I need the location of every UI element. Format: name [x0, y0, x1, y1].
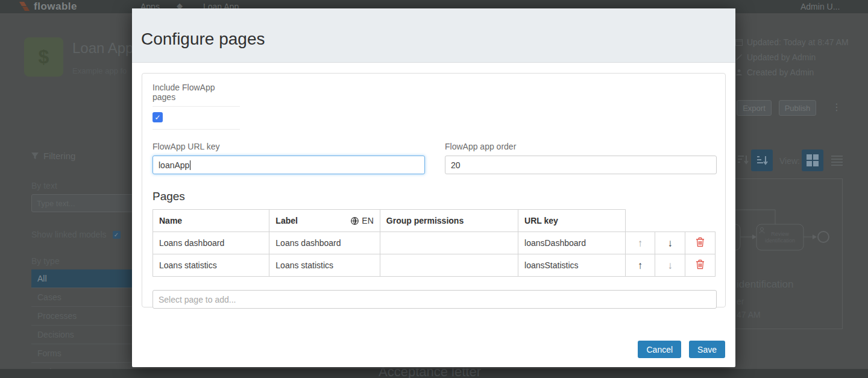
meta-created-by: Created by Admin	[735, 68, 814, 77]
flowapp-app-order-input[interactable]: 20	[445, 156, 717, 174]
show-linked-label: Show linked models	[31, 230, 107, 239]
cell-label[interactable]: Loans statistics	[269, 254, 380, 277]
cell-group-permissions[interactable]	[380, 254, 518, 277]
type-filter-decisions[interactable]: Decisions	[31, 326, 132, 344]
delete-row-button[interactable]	[696, 259, 705, 271]
more-actions-button[interactable]: ⋮	[832, 101, 841, 113]
sort-descending-button[interactable]	[751, 150, 773, 171]
save-button[interactable]: Save	[689, 341, 725, 358]
flowapp-app-order-value: 20	[451, 160, 461, 170]
svg-text:Review: Review	[771, 231, 789, 237]
grid-view-button[interactable]	[802, 150, 823, 171]
linked-checkbox[interactable]: ✓	[113, 231, 121, 239]
svg-text:identification: identification	[765, 238, 795, 244]
language-code: EN	[362, 216, 373, 225]
sort-descending-icon	[756, 154, 768, 166]
delete-row-button[interactable]	[696, 237, 705, 249]
export-button[interactable]: Export	[737, 100, 772, 116]
table-row: Loans statistics Loans statistics loansS…	[153, 254, 715, 277]
include-flowapp-pages-label: Include FlowApp pages	[153, 83, 240, 107]
flowapp-app-order-label: FlowApp app order	[445, 142, 717, 151]
flowapp-fields-row: FlowApp URL key loanApp FlowApp app orde…	[153, 142, 715, 174]
flowapp-url-key-value: loanApp	[159, 160, 189, 170]
dialog-header: Configure pages	[132, 8, 735, 63]
col-label-text: Label	[275, 216, 298, 225]
globe-icon	[351, 217, 359, 225]
col-group-permissions: Group permissions	[380, 210, 518, 232]
cell-url-key[interactable]: loansStatistics	[518, 254, 626, 277]
pages-table: Name Label	[153, 209, 715, 277]
cell-group-permissions[interactable]	[380, 232, 518, 254]
move-up-button[interactable]: ↑	[638, 238, 643, 248]
dialog-form-panel: Include FlowApp pages ✓ FlowApp URL key …	[142, 73, 726, 307]
type-filter-cases[interactable]: Cases	[31, 288, 132, 307]
filter-text-input[interactable]	[31, 194, 134, 212]
cancel-button[interactable]: Cancel	[638, 341, 681, 358]
card-line3-fragment: 47 AM	[737, 310, 761, 320]
include-flowapp-pages-row: ✓	[153, 107, 240, 130]
pencil-icon	[735, 54, 743, 61]
flowable-logo: flowable	[34, 1, 77, 13]
user-icon	[735, 69, 743, 76]
type-filter-all[interactable]: All	[31, 269, 132, 288]
cell-name: Loans dashboard	[153, 232, 269, 254]
app-subtitle: Example app fo	[72, 66, 127, 75]
meta-updated-at: Updated: Today at 8:47 AM	[735, 37, 849, 47]
cell-name: Loans statistics	[153, 254, 269, 277]
select-page-to-add-input[interactable]	[153, 290, 717, 309]
col-label: Label EN	[269, 210, 380, 232]
language-indicator: EN	[351, 216, 373, 225]
flowapp-url-key-label: FlowApp URL key	[153, 142, 425, 151]
grid-view-icon	[807, 154, 819, 166]
view-label: View:	[779, 156, 800, 166]
move-down-button[interactable]: ↓	[668, 260, 673, 271]
flowable-logo-icon	[19, 2, 30, 11]
type-filter-forms[interactable]: Forms	[31, 344, 132, 363]
table-row: Loans dashboard Loans dashboard loansDas…	[153, 232, 715, 254]
cell-url-key[interactable]: loansDashboard	[518, 232, 626, 254]
publish-button[interactable]: Publish	[779, 100, 816, 116]
by-type-label: By type	[31, 256, 60, 266]
pages-table-body: Loans dashboard Loans dashboard loansDas…	[153, 232, 715, 277]
col-url-key: URL key	[518, 210, 626, 232]
app-title: Loan App	[72, 40, 133, 57]
flowapp-url-key-input[interactable]: loanApp	[153, 156, 425, 174]
include-flowapp-pages-checkbox[interactable]: ✓	[153, 112, 163, 122]
app-icon: $	[24, 37, 63, 77]
move-down-button[interactable]: ↓	[668, 238, 673, 248]
pages-heading: Pages	[153, 190, 715, 203]
type-filter-processes[interactable]: Processes	[31, 307, 132, 326]
show-linked-models[interactable]: Show linked models ✓	[31, 230, 121, 239]
dialog-title: Configure pages	[141, 30, 265, 49]
by-text-label: By text	[31, 181, 57, 191]
user-menu[interactable]: Admin U...	[800, 2, 840, 11]
filtering-header: Filtering	[31, 151, 75, 161]
trash-icon	[696, 259, 705, 269]
cell-label[interactable]: Loans dashboard	[269, 232, 380, 254]
text-caret	[190, 160, 190, 170]
move-up-button[interactable]: ↑	[638, 260, 643, 271]
card-title-fragment: identification	[737, 279, 794, 291]
dialog-footer: Cancel Save	[638, 341, 725, 358]
funnel-icon	[31, 153, 39, 160]
screen: flowable Apps ◆ Loan App Admin U... $ Lo…	[0, 0, 868, 378]
list-view-button[interactable]	[829, 154, 843, 166]
pages-table-header-row: Name Label	[153, 210, 715, 232]
configure-pages-dialog: Configure pages Include FlowApp pages ✓ …	[132, 8, 735, 367]
col-name: Name	[153, 210, 269, 232]
sort-ascending-icon[interactable]	[737, 154, 749, 166]
meta-updated-by: Updated by Admin	[735, 52, 816, 62]
card-line2-fragment: er	[737, 297, 744, 306]
calendar-icon	[735, 39, 743, 46]
type-filter-list: AllCasesProcessesDecisionsFormsActions	[31, 269, 132, 378]
trash-icon	[696, 237, 705, 247]
